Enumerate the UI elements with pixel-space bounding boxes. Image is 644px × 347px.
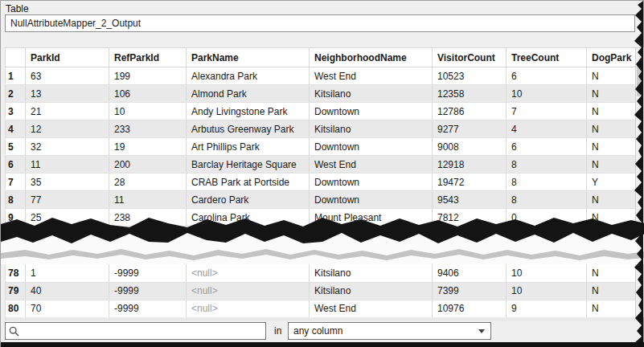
table-cell[interactable]: Alexandra Park	[187, 67, 310, 85]
table-cell[interactable]: 9406	[433, 264, 507, 282]
table-cell[interactable]: Carolina Park	[187, 209, 310, 227]
column-header-parkname[interactable]: ParkName	[187, 48, 310, 67]
table-cell[interactable]: 10	[507, 264, 587, 282]
table-cell[interactable]: N	[587, 67, 637, 85]
table-cell[interactable]: Downtown	[310, 103, 433, 120]
table-cell[interactable]: Andy Livingstone Park	[187, 103, 310, 120]
row-number[interactable]: 3	[6, 103, 26, 120]
table-cell[interactable]: 10	[507, 282, 587, 300]
table-cell[interactable]: 7812	[433, 209, 507, 227]
table-cell[interactable]: -9999	[109, 282, 187, 300]
table-cell[interactable]: 9277	[433, 120, 507, 138]
table-cell[interactable]: N	[587, 209, 637, 227]
row-number[interactable]: 78	[6, 264, 26, 282]
table-cell[interactable]: 9008	[433, 138, 507, 156]
table-cell[interactable]: N	[587, 120, 637, 138]
column-filter-select[interactable]: any column	[288, 322, 491, 340]
table-cell[interactable]: 238	[109, 209, 187, 227]
table-cell[interactable]: N	[587, 191, 637, 209]
table-cell[interactable]: West End	[310, 156, 433, 174]
row-number[interactable]: 2	[6, 85, 26, 103]
table-cell[interactable]: CRAB Park at Portside	[187, 174, 310, 191]
column-header-treecount[interactable]: TreeCount	[507, 48, 587, 67]
table-cell[interactable]: Mount Pleasant	[310, 209, 433, 227]
table-cell[interactable]: 199	[109, 67, 187, 85]
table-cell[interactable]: -9999	[109, 300, 187, 317]
row-number[interactable]: 8	[6, 191, 26, 209]
row-number[interactable]: 6	[6, 156, 26, 174]
column-header-visitorcount[interactable]: VisitorCount	[433, 48, 507, 67]
table-cell[interactable]: N	[587, 85, 637, 103]
table-cell[interactable]: 7	[507, 103, 587, 120]
table-cell[interactable]: 1	[26, 264, 109, 282]
table-cell[interactable]: 77	[26, 191, 109, 209]
table-cell[interactable]: 35	[26, 174, 109, 191]
table-cell[interactable]: N	[587, 138, 637, 156]
table-cell[interactable]: -9999	[109, 264, 187, 282]
table-cell[interactable]: 4	[507, 120, 587, 138]
table-cell[interactable]: 11	[109, 191, 187, 209]
table-row[interactable]: 8070-9999<null>West End109769N	[6, 300, 637, 317]
row-number[interactable]: 5	[6, 138, 26, 156]
row-number[interactable]: 7	[6, 174, 26, 191]
table-cell[interactable]: 25	[26, 209, 109, 227]
table-cell[interactable]: N	[587, 103, 637, 120]
table-cell[interactable]: 40	[26, 282, 109, 300]
table-cell[interactable]: <null>	[187, 282, 310, 300]
table-row[interactable]: 611200Barclay Heritage SquareWest End129…	[6, 156, 637, 174]
table-cell[interactable]: 13	[26, 85, 109, 103]
table-cell[interactable]: 28	[109, 174, 187, 191]
table-cell[interactable]: Downtown	[310, 174, 433, 191]
row-number[interactable]: 79	[6, 282, 26, 300]
table-cell[interactable]: N	[587, 282, 637, 300]
table-cell[interactable]: 10976	[433, 300, 507, 317]
table-cell[interactable]: 10	[507, 85, 587, 103]
table-cell[interactable]: Cardero Park	[187, 191, 310, 209]
table-row[interactable]: 925238Carolina ParkMount Pleasant78120N	[6, 209, 637, 227]
table-cell[interactable]: 12	[26, 120, 109, 138]
search-input[interactable]	[23, 325, 262, 337]
column-header-refparkid[interactable]: RefParkId	[109, 48, 187, 67]
table-cell[interactable]: 9	[507, 300, 587, 317]
scrollbar-thumb[interactable]	[637, 63, 643, 96]
table-cell[interactable]: 19	[109, 138, 187, 156]
row-number[interactable]: 4	[6, 120, 26, 138]
feature-type-selector[interactable]: NullAttributeMapper_2_Output	[5, 14, 635, 32]
table-cell[interactable]: N	[587, 264, 637, 282]
table-row[interactable]: 412233Arbutus Greenway ParkKitsilano9277…	[6, 120, 637, 138]
table-cell[interactable]: 9543	[433, 191, 507, 209]
table-cell[interactable]: 10523	[433, 67, 507, 85]
table-cell[interactable]: 8	[507, 156, 587, 174]
table-cell[interactable]: 8	[507, 174, 587, 191]
table-row[interactable]: 213106Almond ParkKitsilano1235810N	[6, 85, 637, 103]
table-cell[interactable]: N	[587, 156, 637, 174]
table-cell[interactable]: Arbutus Greenway Park	[187, 120, 310, 138]
table-cell[interactable]: Kitsilano	[310, 85, 433, 103]
table-cell[interactable]: Downtown	[310, 138, 433, 156]
table-cell[interactable]: West End	[310, 300, 433, 317]
table-cell[interactable]: N	[587, 300, 637, 317]
table-row[interactable]: 7940-9999<null>Kitsilano739910N	[6, 282, 637, 300]
table-cell[interactable]: 7399	[433, 282, 507, 300]
table-cell[interactable]: <null>	[187, 300, 310, 317]
table-cell[interactable]: Kitsilano	[310, 120, 433, 138]
table-row[interactable]: 53219Art Phillips ParkDowntown90086N	[6, 138, 637, 156]
row-number[interactable]: 9	[6, 209, 26, 227]
table-row[interactable]: 73528CRAB Park at PortsideDowntown194728…	[6, 174, 637, 191]
table-cell[interactable]: 106	[109, 85, 187, 103]
column-header-dogpark[interactable]: DogPark	[587, 48, 637, 67]
table-cell[interactable]: Barclay Heritage Square	[187, 156, 310, 174]
table-row[interactable]: 163199Alexandra ParkWest End105236N	[6, 67, 637, 85]
vertical-scrollbar[interactable]	[635, 47, 644, 317]
table-cell[interactable]: 70	[26, 300, 109, 317]
table-row[interactable]: 87711Cardero ParkDowntown95438N	[6, 191, 637, 209]
table-cell[interactable]: Kitsilano	[310, 264, 433, 282]
table-cell[interactable]: Kitsilano	[310, 282, 433, 300]
table-cell[interactable]: 10	[109, 103, 187, 120]
table-cell[interactable]: 32	[26, 138, 109, 156]
table-cell[interactable]: 200	[109, 156, 187, 174]
table-cell[interactable]: 6	[507, 138, 587, 156]
table-cell[interactable]: 21	[26, 103, 109, 120]
table-cell[interactable]: Y	[587, 174, 637, 191]
table-cell[interactable]: 6	[507, 67, 587, 85]
